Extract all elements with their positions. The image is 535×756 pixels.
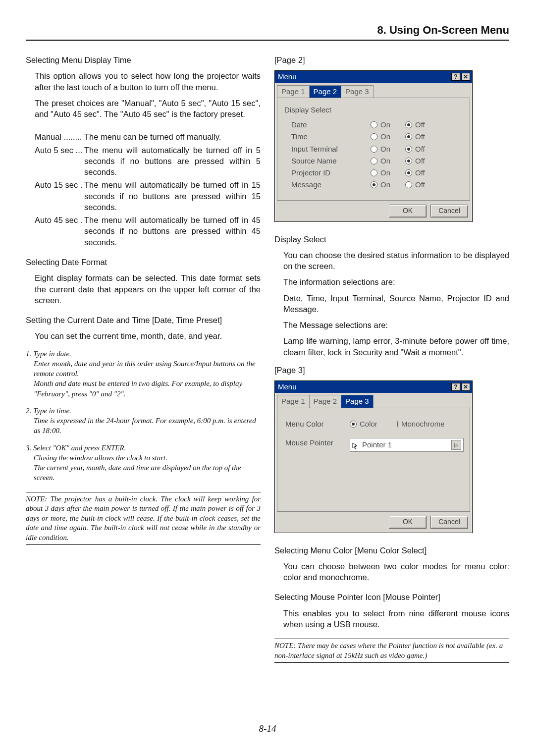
radio-monochrome[interactable]: Monochrome [397,419,432,429]
display-select-row: TimeOnOff [283,131,464,143]
step-number: 2. Type in time. [26,406,261,416]
radio-on[interactable]: On [371,180,405,190]
radio-on[interactable]: On [371,156,405,166]
definition-row: Auto 5 sec ...The menu will automaticall… [26,145,261,178]
display-select-item-label: Message [291,180,371,190]
menu-dialog-page-2: Menu ? ✕ Page 1 Page 2 Page 3 Display Se… [274,70,473,221]
mouse-pointer-select[interactable]: Pointer 1 ▷ [350,438,464,452]
mouse-pointer-label: Mouse Pointer [285,438,350,452]
note-clock: NOTE: The projector has a built-in clock… [26,492,261,545]
heading-menu-color: Selecting Menu Color [Menu Color Select] [274,545,509,556]
step-line: The current year, month, date and time a… [26,463,261,483]
radio-color[interactable]: Color [350,419,384,429]
tab-page-2[interactable]: Page 2 [309,85,342,98]
caption-page-3: [Page 3] [274,365,509,376]
tab-page-1[interactable]: Page 1 [277,85,310,98]
ok-button[interactable]: OK [389,516,427,529]
radio-off[interactable]: Off [405,144,440,154]
heading-display-time: Selecting Menu Display Time [26,54,261,65]
radio-off[interactable]: Off [405,120,440,130]
definition-term: Auto 5 sec ... [35,145,84,156]
radio-off-label: Off [415,156,425,166]
help-icon[interactable]: ? [451,383,460,391]
definition-desc: The menu will automatically be turned of… [84,145,261,178]
tab-page-2[interactable]: Page 2 [309,395,342,407]
right-column: [Page 2] Menu ? ✕ Page 1 Page 2 Page 3 D… [274,54,509,663]
dialog-title: Menu [278,382,297,392]
chevron-right-icon[interactable]: ▷ [451,440,461,450]
heading-date-time: Setting the Current Date and Time [Date,… [26,315,261,325]
definition-desc: The menu will automatically be turned of… [84,179,261,213]
cancel-button[interactable]: Cancel [430,205,468,217]
definition-term: Auto 45 sec . [35,215,84,225]
para-menu-color: You can choose between two color modes f… [274,561,509,583]
page-number: 8-14 [0,723,535,734]
step: 2. Type in time.Time is expressed in the… [26,406,261,436]
left-column: Selecting Menu Display Time This option … [26,54,261,663]
radio-off[interactable]: Off [405,180,440,190]
radio-on[interactable]: On [371,132,405,142]
display-select-item-label: Projector ID [291,168,371,178]
dialog-title: Menu [278,72,297,82]
para-ds-4: The Message selections are: [274,320,509,330]
definition-row: Auto 45 sec .The menu will automatically… [26,215,261,248]
radio-off-label: Off [415,120,425,130]
tab-page-1[interactable]: Page 1 [277,395,310,407]
para-ds-2: The information selections are: [274,276,509,287]
radio-on-label: On [380,156,390,166]
radio-on-label: On [380,144,390,154]
definition-row: Auto 15 sec .The menu will automatically… [26,179,261,213]
para-ds-3: Date, Time, Input Terminal, Source Name,… [274,293,509,315]
help-icon[interactable]: ? [451,73,460,81]
radio-off[interactable]: Off [405,156,440,166]
heading-date-format: Selecting Date Format [26,257,261,268]
radio-color-label: Color [360,419,377,429]
step-number: 3. Select "OK" and press ENTER. [26,443,261,453]
display-select-row: Input TerminalOnOff [283,143,464,155]
display-select-row: Source NameOnOff [283,155,464,167]
para-date-time: You can set the current time, month, dat… [26,330,261,341]
definition-term: Manual ........ [35,131,84,142]
step-line: Month and date must be entered in two di… [26,378,261,399]
para-date-format: Eight display formats can be selected. T… [26,272,261,306]
step-line: Time is expressed in the 24-hour format.… [26,416,261,436]
tab-page-3[interactable]: Page 3 [341,395,374,407]
radio-off-label: Off [415,144,425,154]
radio-on[interactable]: On [371,168,405,178]
menu-color-label: Menu Color [285,419,350,429]
heading-display-select: Display Select [274,234,509,245]
close-icon[interactable]: ✕ [461,73,470,81]
radio-on[interactable]: On [371,144,405,154]
definition-term: Auto 15 sec . [35,179,84,190]
step-line: Closing the window allows the clock to s… [26,453,261,463]
ok-button[interactable]: OK [389,205,427,217]
definition-desc: The menu can be turned off manually. [84,131,261,142]
para-display-time-2: The preset choices are "Manual", "Auto 5… [26,98,261,120]
definition-desc: The menu will automatically be turned of… [84,215,261,248]
para-ds-1: You can choose the desired status inform… [274,250,509,272]
close-icon[interactable]: ✕ [461,383,470,391]
cursor-icon [352,442,359,449]
tab-page-3[interactable]: Page 3 [341,85,374,98]
display-select-item-label: Date [291,120,371,130]
cancel-button[interactable]: Cancel [430,516,468,529]
display-select-row: MessageOnOff [283,179,464,191]
radio-on[interactable]: On [371,120,405,130]
radio-off[interactable]: Off [405,168,440,178]
caption-page-2: [Page 2] [274,54,509,65]
display-select-row: DateOnOff [283,119,464,131]
note-pointer: NOTE: There may be cases where the Point… [274,639,509,663]
para-ds-5: Lamp life warning, lamp error, 3-minute … [274,335,509,358]
radio-monochrome-label: Monochrome [401,419,445,429]
display-select-item-label: Source Name [291,156,371,166]
radio-off[interactable]: Off [405,132,440,142]
radio-off-label: Off [415,132,425,142]
running-header: 8. Using On-Screen Menu [26,24,509,41]
menu-dialog-page-3: Menu ? ✕ Page 1 Page 2 Page 3 Menu Color [274,380,473,533]
display-select-label: Display Select [284,105,464,115]
radio-on-label: On [380,180,390,190]
display-select-item-label: Input Terminal [291,144,371,154]
radio-on-label: On [380,168,390,178]
step-number: 1. Type in date. [26,349,261,359]
radio-on-label: On [380,132,390,142]
